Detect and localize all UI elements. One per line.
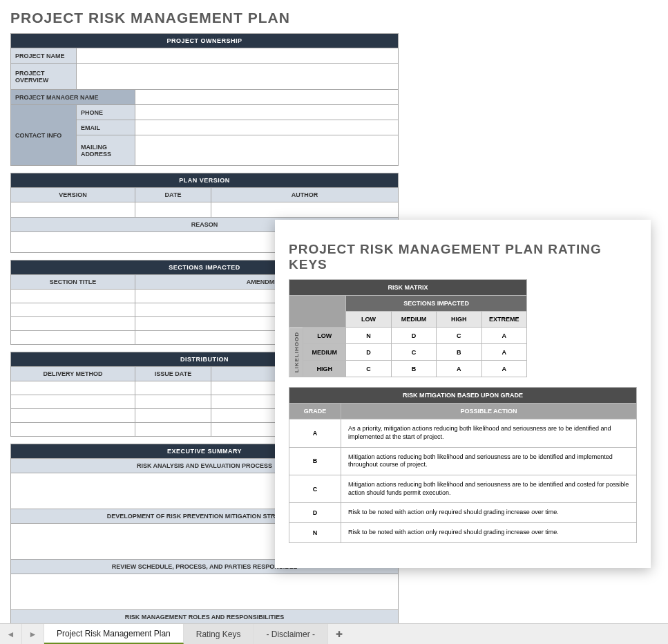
version-header: PLAN VERSION [11, 173, 399, 188]
contact-info-label: CONTACT INFO [11, 105, 77, 166]
col-section-title: SECTION TITLE [11, 275, 135, 290]
project-overview-value[interactable] [77, 64, 399, 90]
matrix-cell: A [437, 361, 481, 377]
ownership-table: PROJECT OWNERSHIP PROJECT NAME PROJECT O… [10, 33, 399, 166]
section-row[interactable] [11, 290, 135, 303]
dist-row[interactable] [135, 409, 211, 423]
impact-low: LOW [346, 312, 391, 328]
dist-row[interactable] [135, 395, 211, 409]
matrix-cell: A [481, 361, 526, 377]
impact-header: SECTIONS IMPACTED [346, 296, 527, 312]
matrix-cell: A [481, 344, 526, 361]
matrix-corner [289, 296, 346, 328]
version-value[interactable] [11, 202, 135, 218]
phone-label: PHONE [77, 105, 135, 120]
mailing-value[interactable] [135, 135, 399, 166]
email-label: EMAIL [77, 120, 135, 135]
like-low: LOW [303, 328, 346, 344]
dist-row[interactable] [11, 381, 135, 395]
section-row[interactable] [11, 303, 135, 317]
col-grade: GRADE [289, 404, 341, 419]
grade-a: A [289, 419, 341, 447]
dist-row[interactable] [11, 409, 135, 423]
project-overview-label: PROJECT OVERVIEW [11, 64, 77, 90]
action-n: Risk to be noted with action only requir… [341, 523, 637, 543]
grade-d: D [289, 503, 341, 523]
risk-matrix-table: RISK MATRIX SECTIONS IMPACTED LOW MEDIUM… [289, 279, 527, 377]
grade-n: N [289, 523, 341, 543]
matrix-cell: D [346, 344, 391, 361]
section-row[interactable] [11, 331, 135, 345]
matrix-cell: B [437, 344, 481, 361]
likelihood-label: LIKELIHOOD [289, 328, 303, 377]
date-value[interactable] [135, 202, 211, 218]
col-action: POSSIBLE ACTION [341, 404, 637, 419]
col-version: VERSION [11, 188, 135, 202]
tab-nav-next[interactable]: ► [22, 624, 44, 644]
ownership-header: PROJECT OWNERSHIP [11, 34, 399, 48]
mitigation-table: RISK MITIGATION BASED UPON GRADE GRADE P… [289, 387, 637, 543]
section-row[interactable] [11, 317, 135, 331]
mitigation-header: RISK MITIGATION BASED UPON GRADE [289, 388, 637, 404]
matrix-header: RISK MATRIX [289, 280, 527, 296]
overlay-title: PROJECT RISK MANAGEMENT PLAN RATING KEYS [289, 242, 637, 272]
author-value[interactable] [211, 202, 399, 218]
matrix-cell: A [481, 328, 526, 344]
matrix-cell: N [346, 328, 391, 344]
tab-project-plan[interactable]: Project Risk Management Plan [44, 624, 184, 644]
dist-row[interactable] [135, 381, 211, 395]
matrix-cell: C [346, 361, 391, 377]
impact-extreme: EXTREME [481, 312, 526, 328]
matrix-cell: B [391, 361, 436, 377]
action-c: Mitigation actions reducing both likelih… [341, 475, 637, 503]
matrix-cell: C [391, 344, 436, 361]
email-value[interactable] [135, 120, 399, 135]
action-a: As a priority, mitigation actions reduci… [341, 419, 637, 447]
tab-disclaimer[interactable]: - Disclaimer - [254, 624, 328, 644]
action-d: Risk to be noted with action only requir… [341, 503, 637, 523]
rating-keys-panel: PROJECT RISK MANAGEMENT PLAN RATING KEYS… [275, 220, 651, 568]
col-date: DATE [135, 188, 211, 202]
dist-row[interactable] [135, 423, 211, 437]
col-issue: ISSUE DATE [135, 367, 211, 381]
col-delivery: DELIVERY METHOD [11, 367, 135, 381]
matrix-cell: D [391, 328, 436, 344]
exec-r3-value[interactable] [11, 574, 399, 610]
grade-b: B [289, 447, 341, 475]
impact-medium: MEDIUM [391, 312, 436, 328]
dist-row[interactable] [11, 423, 135, 437]
pm-name-value[interactable] [135, 90, 399, 105]
impact-high: HIGH [437, 312, 481, 328]
exec-r4: RISK MANAGEMENT ROLES AND RESPONSIBILITI… [11, 610, 399, 625]
add-sheet-button[interactable]: ✚ [328, 624, 350, 644]
like-medium: MEDIUM [303, 344, 346, 361]
action-b: Mitigation actions reducing both likelih… [341, 447, 637, 475]
page-title: PROJECT RISK MANAGEMENT PLAN [10, 10, 668, 26]
sheet-tab-bar: ◄ ► Project Risk Management Plan Rating … [0, 623, 668, 644]
project-name-label: PROJECT NAME [11, 48, 77, 64]
col-author: AUTHOR [211, 188, 399, 202]
pm-name-label: PROJECT MANAGER NAME [11, 90, 135, 105]
tab-rating-keys[interactable]: Rating Keys [184, 624, 254, 644]
grade-c: C [289, 475, 341, 503]
mailing-label: MAILING ADDRESS [77, 135, 135, 166]
tab-nav-prev[interactable]: ◄ [0, 624, 22, 644]
like-high: HIGH [303, 361, 346, 377]
dist-row[interactable] [11, 395, 135, 409]
project-name-value[interactable] [77, 48, 399, 64]
phone-value[interactable] [135, 105, 399, 120]
matrix-cell: C [437, 328, 481, 344]
